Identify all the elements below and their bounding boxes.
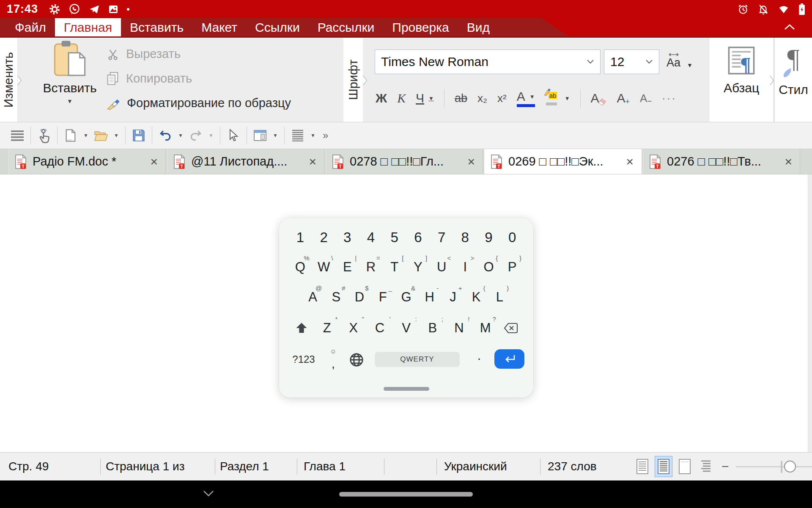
key-m[interactable]: ?M (472, 318, 499, 338)
key-l[interactable]: )L (488, 287, 511, 307)
doc-tab-close-icon[interactable]: × (783, 155, 794, 168)
undo-button[interactable] (156, 129, 175, 142)
paste-button[interactable]: Вставить ▼ (42, 40, 97, 105)
key-z[interactable]: *Z (314, 318, 340, 338)
key-y[interactable]: ]Y (406, 257, 430, 277)
zoom-out-button[interactable]: − (721, 453, 729, 480)
styles-panel-button[interactable]: ¶ Стил (775, 38, 812, 122)
select-cursor-button[interactable] (224, 129, 243, 142)
language-status[interactable]: Украинский (444, 453, 507, 480)
key-c[interactable]: 'C (367, 318, 393, 338)
bold-button[interactable]: Ж (376, 91, 387, 105)
key-d[interactable]: $D (348, 287, 371, 307)
menu-file[interactable]: Файл (6, 18, 55, 36)
change-case-button[interactable]: Aa ▼ (667, 52, 693, 69)
font-size-dropdown-chevron-icon[interactable] (645, 59, 653, 64)
menu-view[interactable]: Вид (458, 18, 499, 36)
key-8[interactable]: 8 (453, 227, 477, 248)
font-size-combobox[interactable]: 12 (604, 50, 659, 74)
key-x[interactable]: "X (340, 318, 366, 338)
key-g[interactable]: &G (395, 287, 418, 307)
line-spacing-button[interactable] (288, 130, 307, 141)
period-key[interactable]: . (472, 348, 487, 363)
key-5[interactable]: 5 (383, 227, 406, 248)
menu-insert[interactable]: Вставить (121, 18, 192, 36)
highlight-button[interactable]: ab ▼ (545, 91, 570, 105)
key-u[interactable]: <U (430, 257, 453, 277)
symbols-key[interactable]: ?123 (291, 353, 316, 365)
strikethrough-button[interactable]: ab (455, 92, 467, 105)
new-document-caret[interactable]: ▼ (80, 133, 91, 138)
document-canvas[interactable]: 1 2 3 4 5 6 7 8 9 0 %Q \W |E =R [T ]Y <U… (0, 174, 812, 452)
doc-tab-close-icon[interactable]: × (624, 155, 635, 168)
key-1[interactable]: 1 (288, 227, 312, 248)
vertical-scrollbar[interactable] (808, 174, 812, 452)
section-status[interactable]: Раздел 1 (220, 453, 269, 480)
copy-button[interactable]: Копировать (107, 72, 192, 86)
page-number-status[interactable]: Стр. 49 (8, 453, 49, 480)
page-layout-caret[interactable]: ▼ (270, 133, 281, 138)
toolbar-more-button[interactable]: » (323, 130, 328, 141)
home-indicator[interactable] (339, 492, 473, 497)
doc-tab-3[interactable]: T 0278 □ □□!!□Гл... × (326, 149, 483, 174)
open-file-button[interactable] (91, 130, 111, 141)
key-s[interactable]: #S (324, 287, 348, 307)
line-spacing-caret[interactable]: ▼ (307, 133, 318, 138)
save-button[interactable] (129, 129, 148, 142)
format-painter-button[interactable]: Форматирование по образцу (107, 96, 291, 110)
key-0[interactable]: 0 (500, 227, 524, 248)
key-4[interactable]: 4 (359, 227, 383, 248)
view-read-mode-button[interactable] (634, 456, 651, 477)
key-3[interactable]: 3 (335, 227, 359, 248)
font-color-button[interactable]: A▼ (517, 89, 535, 107)
key-f[interactable]: _F (371, 287, 395, 307)
enter-key[interactable] (494, 349, 524, 369)
subscript-button[interactable]: x₂ (477, 92, 487, 105)
grow-font-button[interactable]: A+ (617, 91, 630, 105)
key-b[interactable]: ;B (420, 318, 446, 338)
key-a[interactable]: @A (301, 287, 324, 307)
highlight-caret[interactable]: ▼ (565, 95, 570, 102)
more-font-options-button[interactable]: ··· (662, 92, 677, 105)
zoom-slider-track[interactable] (736, 466, 812, 467)
key-o[interactable]: {O (477, 257, 501, 277)
comma-key[interactable]: ☺ , (325, 350, 342, 371)
key-h[interactable]: -H (418, 287, 441, 307)
font-color-caret[interactable]: ▼ (529, 94, 535, 100)
space-bar[interactable]: QWERTY (375, 352, 460, 367)
doc-tab-1[interactable]: T Радіо FM.doc * × (8, 149, 166, 174)
italic-button[interactable]: К (397, 91, 406, 105)
key-t[interactable]: [T (383, 257, 406, 277)
font-name-dropdown-chevron-icon[interactable] (587, 59, 594, 64)
zoom-slider-knob[interactable] (784, 461, 796, 472)
edit-panel-tab[interactable]: Изменить (0, 38, 18, 122)
clear-formatting-button[interactable]: A (591, 91, 607, 105)
key-r[interactable]: =R (359, 257, 383, 277)
key-2[interactable]: 2 (312, 227, 336, 248)
page-layout-button[interactable] (250, 130, 270, 141)
key-p[interactable]: }P (500, 257, 524, 277)
collapse-ribbon-chevron-up-icon[interactable] (783, 23, 796, 31)
key-k[interactable]: (K (465, 287, 488, 307)
undo-caret[interactable]: ▼ (175, 133, 186, 138)
superscript-button[interactable]: x² (497, 92, 507, 105)
key-e[interactable]: |E (335, 257, 359, 277)
underline-caret[interactable]: ▼ (428, 95, 434, 102)
view-outline-button[interactable] (697, 456, 715, 477)
key-n[interactable]: !N (446, 318, 472, 338)
doc-tab-2[interactable]: T @11 Листопад.... × (167, 149, 324, 174)
paste-dropdown-caret[interactable]: ▼ (42, 98, 97, 105)
redo-button[interactable] (186, 129, 206, 142)
shrink-font-button[interactable]: A− (640, 92, 652, 105)
key-i[interactable]: >I (453, 257, 477, 277)
menu-mailings[interactable]: Рассылки (309, 18, 384, 36)
view-print-layout-button[interactable] (655, 456, 672, 477)
doc-tab-5[interactable]: T 0276 □ □□!!□Тв... × (643, 149, 800, 174)
key-9[interactable]: 9 (477, 227, 501, 248)
hide-keyboard-chevron-icon[interactable] (202, 490, 215, 497)
keyboard-drag-handle[interactable] (384, 387, 429, 391)
doc-tab-close-icon[interactable]: × (466, 155, 477, 168)
view-web-layout-button[interactable] (676, 456, 694, 477)
key-w[interactable]: \W (312, 257, 336, 277)
key-6[interactable]: 6 (406, 227, 430, 248)
